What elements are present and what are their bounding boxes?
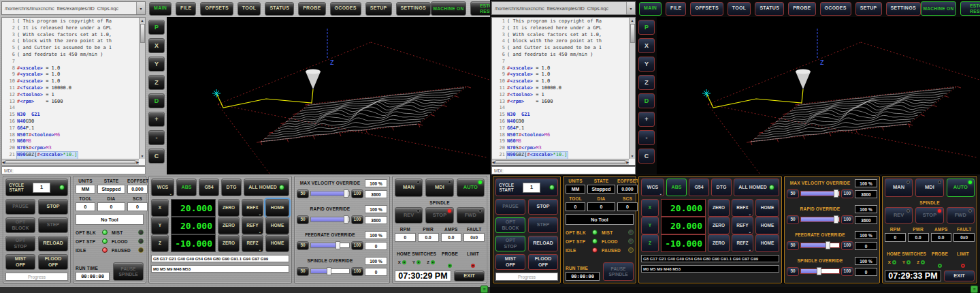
override-min-button[interactable]: 50 xyxy=(787,189,799,198)
opt-stop-button[interactable]: OPT STOP xyxy=(495,236,525,251)
menu-button-probe[interactable]: PROBE xyxy=(788,2,815,16)
home-button[interactable]: HOME xyxy=(755,234,779,252)
slider-handle[interactable] xyxy=(336,241,340,249)
pause-spindle-button[interactable]: PAUSE SPINDLE xyxy=(113,262,144,281)
view-y-button[interactable]: Y xyxy=(148,57,165,72)
cycle-count-spinbox[interactable]: 1 xyxy=(33,183,50,193)
editor-vertical-scrollbar[interactable]: ▲ ▼ xyxy=(139,18,145,159)
override-max-button[interactable]: 100 xyxy=(841,267,853,276)
spindle-stop-button[interactable]: STOP xyxy=(915,207,943,223)
dropdown-arrow-icon[interactable]: ▾ xyxy=(626,2,635,14)
scroll-up-icon[interactable]: ▲ xyxy=(631,18,634,23)
axis-letter-button[interactable]: Z xyxy=(641,234,659,252)
all-homed-button[interactable]: ALL HOMED ⌄ xyxy=(244,179,289,196)
menu-button-gcodes[interactable]: GCODES xyxy=(820,2,851,16)
override-min-button[interactable]: 50 xyxy=(787,241,799,250)
axis-letter-button[interactable]: Y xyxy=(151,217,169,234)
override-slider-track[interactable] xyxy=(310,243,350,248)
machine-on-button[interactable]: MACHINE ON xyxy=(921,1,956,16)
estop-reset-button[interactable]: ESTOP RESET xyxy=(960,1,980,16)
vscroll-thumb[interactable] xyxy=(140,24,145,43)
slider-handle[interactable] xyxy=(826,241,830,249)
view-clear-button[interactable]: C xyxy=(148,149,165,164)
step-button[interactable]: STEP xyxy=(38,217,68,233)
exit-button[interactable]: EXIT xyxy=(944,271,975,281)
opt-block-button[interactable]: OPT BLOCK xyxy=(495,217,525,233)
slider-handle[interactable] xyxy=(344,215,348,223)
scroll-right-icon[interactable]: ▶ xyxy=(136,159,139,165)
opt-block-button[interactable]: OPT BLOCK xyxy=(5,217,35,233)
mdi-button[interactable]: MDI xyxy=(915,179,943,197)
pause-button[interactable]: PAUSE xyxy=(495,199,525,215)
cycle-start-button[interactable]: CYCLE START 1 xyxy=(5,179,68,196)
override-min-button[interactable]: 50 xyxy=(787,267,799,276)
editor-vertical-scrollbar[interactable]: ▲ ▼ xyxy=(629,18,635,159)
file-path-combo[interactable]: /home/chris/linuxcnc/nc_files/examples/3… xyxy=(491,1,636,15)
mist-off-button[interactable]: MIST OFF xyxy=(495,254,525,270)
view-persp-button[interactable]: P xyxy=(148,20,165,35)
override-min-button[interactable]: 50 xyxy=(787,215,799,224)
override-slider-track[interactable] xyxy=(800,268,840,274)
ref-button[interactable]: REFX ⌄ xyxy=(732,199,753,217)
override-max-button[interactable]: 100 xyxy=(841,189,853,198)
zero-button[interactable]: ZERO xyxy=(708,217,730,234)
scroll-left-icon[interactable]: ◀ xyxy=(2,159,5,165)
pause-button[interactable]: PAUSE xyxy=(5,199,35,215)
reload-button[interactable]: RELOAD xyxy=(38,236,68,251)
stop-button[interactable]: STOP xyxy=(528,199,558,215)
view-x-button[interactable]: X xyxy=(638,38,655,53)
menu-button-status[interactable]: STATUS xyxy=(755,2,784,16)
spindle-rev-button[interactable]: REV xyxy=(885,207,913,223)
override-max-button[interactable]: 100 xyxy=(841,215,853,224)
ref-button[interactable]: REFZ ⌄ xyxy=(732,234,753,252)
mdi-input[interactable]: MDI: xyxy=(1,166,146,174)
axis-letter-button[interactable]: X xyxy=(641,199,659,217)
menu-button-tool[interactable]: TOOL xyxy=(238,2,261,16)
menu-button-offsets[interactable]: OFFSETS xyxy=(690,2,723,16)
mdi-input[interactable]: MDI: xyxy=(491,166,636,174)
scroll-up-icon[interactable]: ▲ xyxy=(141,18,144,23)
menu-button-tool[interactable]: TOOL xyxy=(728,2,751,16)
override-max-button[interactable]: 100 xyxy=(351,241,363,250)
zoom-out-button[interactable]: - xyxy=(638,130,655,145)
menu-button-file[interactable]: FILE xyxy=(176,2,196,16)
menu-button-file[interactable]: FILE xyxy=(666,2,686,16)
zero-button[interactable]: ZERO xyxy=(218,217,240,234)
scroll-left-icon[interactable]: ◀ xyxy=(492,159,495,165)
override-min-button[interactable]: 50 xyxy=(297,241,309,250)
zero-button[interactable]: ZERO xyxy=(218,199,240,217)
menu-button-status[interactable]: STATUS xyxy=(265,2,294,16)
spindle-stop-button[interactable]: STOP xyxy=(425,207,453,223)
override-max-button[interactable]: 100 xyxy=(351,189,363,198)
override-slider-track[interactable] xyxy=(800,217,840,222)
cycle-count-spinbox[interactable]: 1 xyxy=(523,183,540,193)
vscroll-thumb[interactable] xyxy=(630,24,635,43)
notification-tray-icon[interactable]: ≡ xyxy=(480,286,488,293)
menu-button-probe[interactable]: PROBE xyxy=(298,2,325,16)
wcs-button[interactable]: WCS ⌄ xyxy=(151,179,174,196)
machine-on-button[interactable]: MACHINE ON xyxy=(431,1,466,16)
override-min-button[interactable]: 50 xyxy=(297,215,309,224)
cycle-start-button[interactable]: CYCLE START 1 xyxy=(495,179,558,196)
pause-spindle-button[interactable]: PAUSE SPINDLE xyxy=(603,262,634,281)
abs-button[interactable]: ABS ⌄ xyxy=(176,179,197,196)
override-slider-track[interactable] xyxy=(310,268,350,274)
axis-letter-button[interactable]: X xyxy=(151,199,169,217)
axis-letter-button[interactable]: Z xyxy=(151,234,169,252)
zero-button[interactable]: ZERO xyxy=(708,234,730,252)
view-dimensions-button[interactable]: D xyxy=(638,93,655,108)
notification-tray-icon[interactable]: ≡ xyxy=(970,286,978,293)
view-dimensions-button[interactable]: D xyxy=(148,93,165,108)
g54-button[interactable]: G54 ⌄ xyxy=(199,179,219,196)
home-button[interactable]: HOME xyxy=(755,217,779,234)
home-button[interactable]: HOME xyxy=(265,217,289,234)
reload-button[interactable]: RELOAD xyxy=(528,236,558,251)
dropdown-arrow-icon[interactable]: ▾ xyxy=(136,2,145,14)
spindle-rev-button[interactable]: REV xyxy=(395,207,423,223)
view-y-button[interactable]: Y xyxy=(638,57,655,72)
opt-stop-button[interactable]: OPT STOP xyxy=(5,236,35,251)
all-homed-button[interactable]: ALL HOMED ⌄ xyxy=(734,179,779,196)
axis-letter-button[interactable]: Y xyxy=(641,217,659,234)
view-clear-button[interactable]: C xyxy=(638,149,655,164)
override-min-button[interactable]: 50 xyxy=(297,267,309,276)
